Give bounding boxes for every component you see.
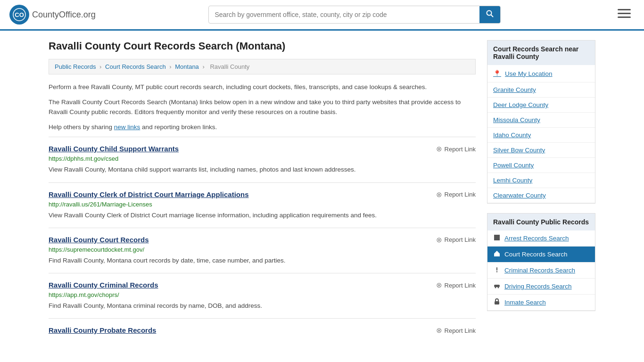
svg-rect-15 [495, 301, 499, 304]
svg-rect-4 [618, 9, 631, 10]
svg-point-14 [498, 287, 499, 288]
report-link-3[interactable]: ⊗ Report Link [436, 281, 476, 289]
report-link-0[interactable]: ⊗ Report Link [436, 145, 476, 153]
sidebar-label-2: Criminal Records Search [504, 267, 575, 274]
svg-rect-7 [494, 235, 500, 240]
result-item: Ravalli County Child Support Warrants ⊗ … [49, 137, 476, 182]
result-url-3[interactable]: https://app.mt.gov/choprs/ [49, 291, 476, 298]
sidebar-county-2[interactable]: Missoula County [487, 113, 595, 128]
sidebar-label-0: Arrest Records Search [504, 235, 569, 242]
public-records-section: Ravalli County Public Records Arrest Rec… [487, 213, 595, 311]
nearby-section: Court Records Search near Ravalli County… [487, 40, 595, 204]
sidebar-county-0[interactable]: Granite County [487, 82, 595, 98]
result-title-1[interactable]: Ravalli County Clerk of District Court M… [49, 190, 249, 198]
report-link-4[interactable]: ⊗ Report Link [436, 326, 476, 335]
result-url-1[interactable]: http://ravalli.us/261/Marriage-Licenses [49, 201, 476, 208]
svg-text:CO: CO [15, 11, 24, 18]
report-icon-3: ⊗ [436, 281, 442, 289]
result-desc-0: View Ravalli County, Montana child suppo… [49, 165, 476, 174]
result-url-2[interactable]: https://supremecourtdocket.mt.gov/ [49, 246, 476, 253]
description-2: The Ravalli County Court Records Search … [49, 97, 476, 117]
result-title-2[interactable]: Ravalli County Court Records [49, 236, 149, 244]
description-1: Perform a free Ravalli County, MT public… [49, 82, 476, 92]
site-header: CO CountyOffice.org [0, 0, 644, 31]
search-button[interactable] [479, 6, 500, 23]
search-input[interactable] [209, 7, 479, 22]
sidebar-county-5[interactable]: Powell County [487, 158, 595, 173]
public-records-header: Ravalli County Public Records [487, 214, 595, 230]
logo-area[interactable]: CO CountyOffice.org [9, 5, 96, 25]
svg-rect-5 [618, 13, 631, 14]
sidebar-icon-4 [493, 298, 501, 306]
sidebar: Court Records Search near Ravalli County… [487, 40, 595, 344]
sidebar-county-1[interactable]: Deer Lodge County [487, 98, 595, 113]
sidebar-pr-item-3[interactable]: Driving Records Search [487, 279, 595, 295]
result-title-4[interactable]: Ravalli County Probate Records [49, 326, 156, 334]
logo-icon: CO [9, 5, 29, 25]
logo-text: CountyOffice.org [32, 10, 96, 20]
result-desc-3: Find Ravalli County, Montana criminal re… [49, 301, 476, 311]
sidebar-icon-3 [493, 282, 501, 290]
report-link-2[interactable]: ⊗ Report Link [436, 236, 476, 244]
result-desc-2: Find Ravalli County, Montana court recor… [49, 256, 476, 265]
sidebar-pr-item-2[interactable]: Criminal Records Search [487, 263, 595, 279]
public-records-list: Arrest Records Search Court Records Sear… [487, 230, 595, 311]
sidebar-pr-item-1[interactable]: Court Records Search [487, 247, 595, 263]
sidebar-label-3: Driving Records Search [504, 283, 572, 290]
breadcrumb-court-records[interactable]: Court Records Search [105, 63, 166, 70]
breadcrumb-montana[interactable]: Montana [175, 63, 199, 70]
page-title: Ravalli County Court Records Search (Mon… [49, 40, 476, 52]
svg-point-13 [495, 287, 496, 288]
description-3: Help others by sharing new links and rep… [49, 122, 476, 132]
result-title-0[interactable]: Ravalli County Child Support Warrants [49, 145, 179, 153]
svg-rect-6 [618, 16, 631, 18]
result-title-3[interactable]: Ravalli County Criminal Records [49, 281, 158, 289]
breadcrumb-current: Ravalli County [210, 63, 249, 70]
svg-rect-12 [494, 285, 500, 287]
result-url-0[interactable]: https://dphhs.mt.gov/csed [49, 155, 476, 162]
svg-point-11 [496, 271, 497, 272]
content-wrapper: Ravalli County Court Records Search (Mon… [39, 31, 605, 354]
result-item: Ravalli County Court Records ⊗ Report Li… [49, 228, 476, 273]
report-icon-0: ⊗ [436, 145, 442, 153]
report-icon-2: ⊗ [436, 236, 442, 244]
use-my-location[interactable]: 📍 Use My Location [487, 65, 595, 82]
result-item: Ravalli County Criminal Records ⊗ Report… [49, 273, 476, 318]
sidebar-icon-0 [493, 234, 501, 242]
search-bar[interactable] [208, 6, 501, 24]
result-item: Ravalli County Clerk of District Court M… [49, 182, 476, 228]
sidebar-pr-item-0[interactable]: Arrest Records Search [487, 230, 595, 247]
results-list: Ravalli County Child Support Warrants ⊗ … [49, 137, 476, 344]
sidebar-pr-item-4[interactable]: Inmate Search [487, 295, 595, 311]
report-icon-1: ⊗ [436, 190, 442, 199]
nearby-counties-list: Granite CountyDeer Lodge CountyMissoula … [487, 82, 595, 203]
breadcrumb-public-records[interactable]: Public Records [55, 63, 96, 70]
result-item: Ravalli County Probate Records ⊗ Report … [49, 318, 476, 344]
svg-marker-9 [494, 251, 500, 254]
report-link-1[interactable]: ⊗ Report Link [436, 190, 476, 199]
sidebar-county-4[interactable]: Silver Bow County [487, 143, 595, 158]
svg-rect-8 [494, 254, 500, 256]
sidebar-county-7[interactable]: Clearwater County [487, 188, 595, 203]
report-icon-4: ⊗ [436, 326, 442, 335]
breadcrumb: Public Records › Court Records Search › … [49, 59, 476, 74]
menu-icon[interactable] [614, 6, 635, 23]
new-links[interactable]: new links [114, 123, 140, 131]
sidebar-label-1: Court Records Search [504, 251, 568, 258]
sidebar-icon-2 [493, 266, 501, 274]
result-desc-1: View Ravalli County Clerk of District Co… [49, 211, 476, 220]
svg-line-3 [491, 15, 493, 17]
sidebar-county-6[interactable]: Lemhi County [487, 173, 595, 188]
sidebar-icon-1 [493, 250, 501, 258]
svg-rect-10 [496, 267, 497, 271]
sidebar-label-4: Inmate Search [504, 299, 546, 306]
main-content: Ravalli County Court Records Search (Mon… [49, 40, 476, 344]
sidebar-county-3[interactable]: Idaho County [487, 128, 595, 143]
nearby-header: Court Records Search near Ravalli County [487, 41, 595, 65]
